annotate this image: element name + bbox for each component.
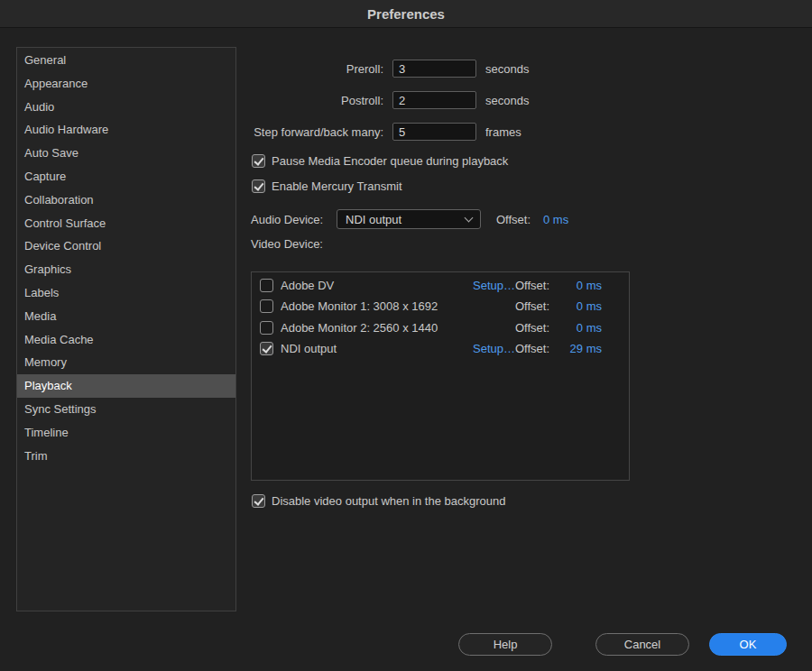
preroll-unit: seconds <box>485 62 529 76</box>
preferences-dialog: Preferences General Appearance Audio Aud… <box>0 0 812 671</box>
postroll-label: Postroll: <box>135 94 383 107</box>
sidebar-item-media[interactable]: Media <box>17 305 235 328</box>
dialog-title: Preferences <box>367 6 445 22</box>
video-device-row: Adobe Monitor 1: 3008 x 1692 Offset: 0 m… <box>252 296 629 317</box>
pause-encoder-checkbox[interactable] <box>252 154 265 168</box>
sidebar-item-memory[interactable]: Memory <box>17 351 235 374</box>
video-device-1-name: Adobe Monitor 1: 3008 x 1692 <box>281 299 473 313</box>
sidebar-item-collaboration[interactable]: Collaboration <box>17 188 235 212</box>
sidebar-item-playback[interactable]: Playback <box>17 374 235 398</box>
sidebar-item-control-surface[interactable]: Control Surface <box>17 212 235 235</box>
postroll-input[interactable] <box>392 91 476 109</box>
step-many-label: Step forward/back many: <box>135 125 383 139</box>
ok-button[interactable]: OK <box>709 633 787 656</box>
disable-video-bg-checkbox[interactable] <box>252 494 265 508</box>
mercury-transmit-row: Enable Mercury Transmit <box>252 179 402 193</box>
sidebar-item-auto-save[interactable]: Auto Save <box>17 142 235 165</box>
dialog-titlebar: Preferences <box>0 0 812 28</box>
sidebar-item-timeline[interactable]: Timeline <box>17 421 235 445</box>
pause-encoder-row: Pause Media Encoder queue during playbac… <box>252 153 508 168</box>
preroll-input[interactable] <box>392 60 476 78</box>
step-many-input[interactable] <box>392 123 476 141</box>
disable-video-bg-row: Disable video output when in the backgro… <box>252 493 505 508</box>
video-device-1-offset-value: 0 ms <box>557 299 602 313</box>
chevron-down-icon <box>465 214 474 223</box>
preroll-label: Preroll: <box>135 62 383 76</box>
video-device-row: NDI output Setup… Offset: 29 ms <box>252 338 629 359</box>
video-device-2-offset-value: 0 ms <box>557 321 602 335</box>
mercury-transmit-checkbox[interactable] <box>252 179 265 193</box>
video-device-0-offset-value: 0 ms <box>557 279 602 292</box>
sidebar-item-labels[interactable]: Labels <box>17 281 235 305</box>
pause-encoder-label: Pause Media Encoder queue during playbac… <box>272 154 508 168</box>
video-device-0-checkbox[interactable] <box>260 279 273 292</box>
video-device-row: Adobe Monitor 2: 2560 x 1440 Offset: 0 m… <box>252 317 629 338</box>
video-device-1-offset-label: Offset: <box>515 299 557 313</box>
video-device-2-offset-label: Offset: <box>515 321 557 335</box>
video-device-0-name: Adobe DV <box>281 279 473 292</box>
video-device-1-checkbox[interactable] <box>260 299 273 313</box>
video-device-list: Adobe DV Setup… Offset: 0 ms Adobe Monit… <box>251 271 630 481</box>
video-device-3-setup-link[interactable]: Setup… <box>473 342 515 355</box>
video-device-0-setup-link[interactable]: Setup… <box>473 279 515 292</box>
sidebar-item-media-cache[interactable]: Media Cache <box>17 328 235 352</box>
disable-video-bg-label: Disable video output when in the backgro… <box>272 494 505 508</box>
sidebar-item-sync-settings[interactable]: Sync Settings <box>17 398 235 421</box>
sidebar-item-device-control[interactable]: Device Control <box>17 234 235 258</box>
audio-device-label: Audio Device: <box>251 213 323 226</box>
sidebar-item-graphics[interactable]: Graphics <box>17 258 235 281</box>
audio-offset-label: Offset: <box>496 213 531 226</box>
video-device-2-checkbox[interactable] <box>260 321 273 335</box>
audio-offset-value: 0 ms <box>543 213 568 226</box>
sidebar-item-trim[interactable]: Trim <box>17 445 235 468</box>
video-device-row: Adobe DV Setup… Offset: 0 ms <box>252 275 629 296</box>
video-device-3-offset-value: 29 ms <box>557 342 602 355</box>
help-button[interactable]: Help <box>458 633 552 656</box>
audio-device-selected-value: NDI output <box>346 213 401 226</box>
video-device-0-offset-label: Offset: <box>515 279 557 292</box>
video-device-3-offset-label: Offset: <box>515 342 557 355</box>
mercury-transmit-label: Enable Mercury Transmit <box>272 179 402 193</box>
video-device-2-name: Adobe Monitor 2: 2560 x 1440 <box>281 321 473 335</box>
step-many-unit: frames <box>485 125 521 139</box>
audio-device-dropdown[interactable]: NDI output <box>337 209 481 229</box>
postroll-unit: seconds <box>485 94 529 107</box>
sidebar-item-capture[interactable]: Capture <box>17 165 235 188</box>
cancel-button[interactable]: Cancel <box>595 633 689 656</box>
video-device-3-name: NDI output <box>281 342 473 355</box>
video-device-label: Video Device: <box>251 237 323 251</box>
video-device-3-checkbox[interactable] <box>260 342 273 355</box>
